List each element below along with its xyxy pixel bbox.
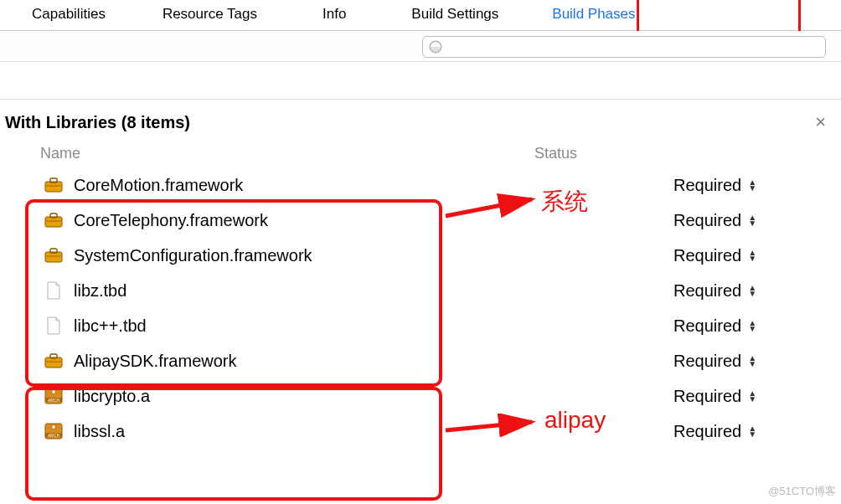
status-value: Required [673, 387, 741, 406]
svg-rect-3 [45, 185, 62, 187]
tab-info[interactable]: Info [282, 0, 386, 30]
tab-bar: Capabilities Resource Tags Info Build Se… [0, 0, 841, 31]
file-icon [44, 281, 64, 300]
status-dropdown[interactable]: Required▲▼ [673, 387, 841, 406]
status-dropdown[interactable]: Required▲▼ [673, 281, 841, 301]
close-icon[interactable]: × [815, 111, 826, 133]
table-row[interactable]: ARCHlibcrypto.aRequired▲▼ [0, 378, 841, 414]
svg-text:ARCH: ARCH [48, 433, 60, 438]
file-icon [44, 316, 64, 335]
library-name: AlipaySDK.framework [74, 352, 237, 371]
status-value: Required [673, 352, 741, 371]
archive-icon: ARCH [44, 423, 64, 440]
table-row[interactable]: SystemConfiguration.frameworkRequired▲▼ [0, 238, 841, 273]
table-row[interactable]: CoreTelephony.frameworkRequired▲▼ [0, 203, 841, 238]
status-value: Required [673, 281, 741, 301]
status-value: Required [673, 246, 741, 265]
stepper-icon[interactable]: ▲▼ [748, 285, 756, 296]
library-name: SystemConfiguration.framework [74, 246, 312, 265]
filter-icon [428, 39, 443, 54]
stepper-icon[interactable]: ▲▼ [748, 214, 756, 226]
stepper-icon[interactable]: ▲▼ [748, 249, 756, 261]
svg-rect-12 [45, 361, 62, 363]
svg-rect-5 [50, 213, 57, 218]
library-name: libcrypto.a [74, 387, 150, 406]
toolbox-icon [44, 353, 64, 368]
status-dropdown[interactable]: Required▲▼ [673, 211, 841, 230]
svg-rect-6 [45, 220, 62, 222]
tab-capabilities[interactable]: Capabilities [0, 0, 137, 30]
status-value: Required [673, 316, 741, 336]
svg-text:ARCH: ARCH [48, 398, 60, 403]
section-title: With Libraries (8 items) [5, 113, 190, 132]
svg-rect-16 [52, 390, 55, 393]
watermark: @51CTO博客 [768, 484, 836, 499]
section-header[interactable]: With Libraries (8 items) × [0, 100, 841, 145]
status-value: Required [673, 422, 741, 441]
filter-input[interactable] [422, 36, 826, 58]
status-dropdown[interactable]: Required▲▼ [673, 352, 841, 371]
table-row[interactable]: CoreMotion.frameworkRequired▲▼ [0, 167, 841, 203]
table-row[interactable]: libc++.tbdRequired▲▼ [0, 308, 841, 343]
library-name: libc++.tbd [74, 316, 147, 336]
svg-rect-2 [50, 178, 57, 183]
status-value: Required [673, 211, 741, 230]
list-header: Name Status [0, 145, 841, 167]
stepper-icon[interactable]: ▲▼ [748, 425, 756, 437]
stepper-icon[interactable]: ▲▼ [748, 179, 756, 191]
library-name: CoreMotion.framework [74, 176, 243, 195]
table-row[interactable]: AlipaySDK.frameworkRequired▲▼ [0, 343, 841, 378]
svg-rect-20 [52, 425, 55, 429]
tab-resource-tags[interactable]: Resource Tags [137, 0, 282, 30]
section-gap [0, 62, 841, 100]
library-name: CoreTelephony.framework [74, 211, 268, 230]
column-name: Name [40, 145, 534, 162]
libraries-list: CoreMotion.frameworkRequired▲▼CoreTeleph… [0, 167, 841, 449]
filter-bar [0, 31, 841, 62]
tab-build-settings[interactable]: Build Settings [386, 0, 524, 30]
status-dropdown[interactable]: Required▲▼ [673, 422, 841, 441]
svg-rect-8 [50, 249, 57, 253]
status-dropdown[interactable]: Required▲▼ [673, 246, 841, 265]
status-dropdown[interactable]: Required▲▼ [673, 176, 841, 195]
table-row[interactable]: libz.tbdRequired▲▼ [0, 273, 841, 308]
tab-build-phases[interactable]: Build Phases [524, 0, 663, 30]
stepper-icon[interactable]: ▲▼ [748, 355, 756, 367]
toolbox-icon [44, 248, 64, 263]
toolbox-icon [44, 213, 64, 228]
toolbox-icon [44, 177, 64, 193]
svg-rect-9 [45, 255, 62, 257]
status-value: Required [673, 176, 741, 195]
stepper-icon[interactable]: ▲▼ [748, 320, 756, 332]
table-row[interactable]: ARCHlibssl.aRequired▲▼ [0, 414, 841, 449]
archive-icon: ARCH [44, 388, 64, 404]
column-status: Status [534, 145, 577, 162]
svg-rect-11 [50, 354, 57, 358]
status-dropdown[interactable]: Required▲▼ [673, 316, 841, 336]
library-name: libz.tbd [74, 281, 126, 301]
stepper-icon[interactable]: ▲▼ [748, 390, 756, 402]
library-name: libssl.a [74, 422, 125, 441]
